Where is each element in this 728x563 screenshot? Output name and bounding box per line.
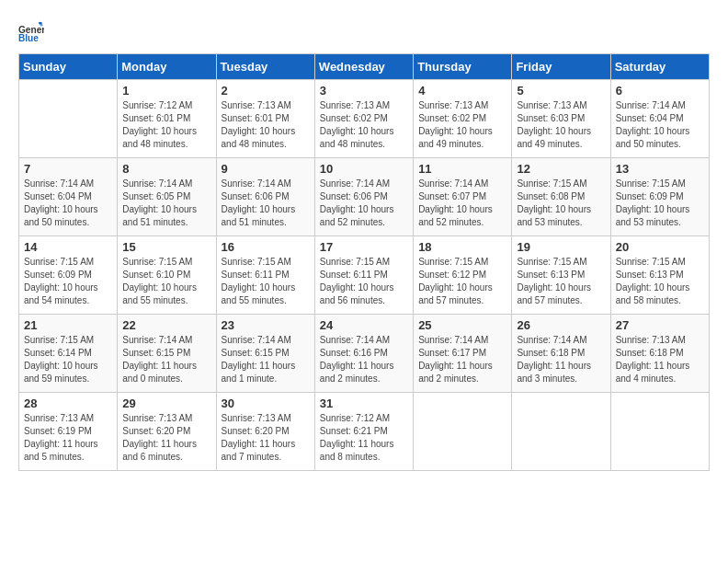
day-cell [19, 80, 118, 158]
day-info: Sunrise: 7:15 AM Sunset: 6:08 PM Dayligh… [517, 178, 605, 229]
day-info: Sunrise: 7:13 AM Sunset: 6:20 PM Dayligh… [222, 412, 310, 464]
day-cell: 10Sunrise: 7:14 AM Sunset: 6:06 PM Dayli… [314, 158, 413, 236]
day-number: 12 [517, 162, 605, 176]
day-number: 24 [320, 318, 408, 332]
day-info: Sunrise: 7:13 AM Sunset: 6:02 PM Dayligh… [320, 99, 408, 151]
day-info: Sunrise: 7:15 AM Sunset: 6:14 PM Dayligh… [24, 334, 112, 385]
day-info: Sunrise: 7:13 AM Sunset: 6:19 PM Dayligh… [24, 412, 112, 464]
day-number: 28 [24, 396, 112, 410]
day-number: 8 [122, 162, 210, 176]
column-header-monday: Monday [118, 54, 216, 80]
day-cell: 12Sunrise: 7:15 AM Sunset: 6:08 PM Dayli… [512, 158, 610, 236]
day-number: 5 [517, 84, 605, 98]
day-info: Sunrise: 7:15 AM Sunset: 6:12 PM Dayligh… [418, 256, 506, 307]
day-info: Sunrise: 7:14 AM Sunset: 6:06 PM Dayligh… [222, 178, 310, 229]
day-cell: 28Sunrise: 7:13 AM Sunset: 6:19 PM Dayli… [19, 393, 118, 471]
day-number: 23 [222, 318, 310, 332]
day-number: 30 [222, 396, 310, 410]
day-info: Sunrise: 7:15 AM Sunset: 6:13 PM Dayligh… [616, 256, 704, 307]
day-cell: 6Sunrise: 7:14 AM Sunset: 6:04 PM Daylig… [610, 80, 709, 158]
day-cell: 31Sunrise: 7:12 AM Sunset: 6:21 PM Dayli… [314, 393, 413, 471]
day-number: 21 [24, 318, 112, 332]
day-number: 27 [616, 318, 704, 332]
day-number: 13 [616, 162, 704, 176]
day-cell: 17Sunrise: 7:15 AM Sunset: 6:11 PM Dayli… [314, 236, 413, 315]
week-row-4: 21Sunrise: 7:15 AM Sunset: 6:14 PM Dayli… [19, 315, 710, 393]
day-cell: 1Sunrise: 7:12 AM Sunset: 6:01 PM Daylig… [118, 80, 216, 158]
day-info: Sunrise: 7:14 AM Sunset: 6:05 PM Dayligh… [122, 178, 210, 229]
day-cell: 15Sunrise: 7:15 AM Sunset: 6:10 PM Dayli… [118, 236, 216, 315]
column-header-wednesday: Wednesday [314, 54, 413, 80]
day-cell: 19Sunrise: 7:15 AM Sunset: 6:13 PM Dayli… [512, 236, 610, 315]
day-info: Sunrise: 7:13 AM Sunset: 6:03 PM Dayligh… [517, 99, 605, 151]
day-number: 22 [122, 318, 210, 332]
svg-text:Blue: Blue [18, 33, 39, 43]
day-info: Sunrise: 7:14 AM Sunset: 6:18 PM Dayligh… [517, 334, 605, 385]
day-info: Sunrise: 7:14 AM Sunset: 6:04 PM Dayligh… [616, 99, 704, 151]
calendar-table: SundayMondayTuesdayWednesdayThursdayFrid… [18, 53, 710, 471]
column-header-saturday: Saturday [610, 54, 709, 80]
logo: General Blue [18, 18, 48, 44]
day-cell: 30Sunrise: 7:13 AM Sunset: 6:20 PM Dayli… [216, 393, 314, 471]
header: General Blue [18, 18, 710, 44]
day-number: 20 [616, 240, 704, 254]
day-cell: 24Sunrise: 7:14 AM Sunset: 6:16 PM Dayli… [314, 315, 413, 393]
day-info: Sunrise: 7:12 AM Sunset: 6:21 PM Dayligh… [320, 412, 408, 464]
day-cell: 7Sunrise: 7:14 AM Sunset: 6:04 PM Daylig… [19, 158, 118, 236]
day-info: Sunrise: 7:15 AM Sunset: 6:09 PM Dayligh… [616, 178, 704, 229]
day-info: Sunrise: 7:15 AM Sunset: 6:11 PM Dayligh… [222, 256, 310, 307]
day-cell: 27Sunrise: 7:13 AM Sunset: 6:18 PM Dayli… [610, 315, 709, 393]
day-cell: 26Sunrise: 7:14 AM Sunset: 6:18 PM Dayli… [512, 315, 610, 393]
calendar-header-row: SundayMondayTuesdayWednesdayThursdayFrid… [19, 54, 710, 80]
day-number: 19 [517, 240, 605, 254]
column-header-sunday: Sunday [19, 54, 118, 80]
day-cell: 14Sunrise: 7:15 AM Sunset: 6:09 PM Dayli… [19, 236, 118, 315]
column-header-friday: Friday [512, 54, 610, 80]
day-info: Sunrise: 7:14 AM Sunset: 6:15 PM Dayligh… [222, 334, 310, 385]
generalblue-icon: General Blue [18, 18, 44, 44]
day-info: Sunrise: 7:12 AM Sunset: 6:01 PM Dayligh… [122, 99, 210, 151]
day-number: 16 [222, 240, 310, 254]
day-cell: 23Sunrise: 7:14 AM Sunset: 6:15 PM Dayli… [216, 315, 314, 393]
day-cell: 3Sunrise: 7:13 AM Sunset: 6:02 PM Daylig… [314, 80, 413, 158]
day-info: Sunrise: 7:13 AM Sunset: 6:02 PM Dayligh… [418, 99, 506, 151]
day-cell [414, 393, 512, 471]
day-cell: 22Sunrise: 7:14 AM Sunset: 6:15 PM Dayli… [118, 315, 216, 393]
week-row-2: 7Sunrise: 7:14 AM Sunset: 6:04 PM Daylig… [19, 158, 710, 236]
day-cell [512, 393, 610, 471]
column-header-tuesday: Tuesday [216, 54, 314, 80]
day-number: 7 [24, 162, 112, 176]
day-number: 10 [320, 162, 408, 176]
day-info: Sunrise: 7:14 AM Sunset: 6:16 PM Dayligh… [320, 334, 408, 385]
column-header-thursday: Thursday [414, 54, 512, 80]
day-cell: 29Sunrise: 7:13 AM Sunset: 6:20 PM Dayli… [118, 393, 216, 471]
day-info: Sunrise: 7:14 AM Sunset: 6:07 PM Dayligh… [418, 178, 506, 229]
day-number: 6 [616, 84, 704, 98]
day-info: Sunrise: 7:15 AM Sunset: 6:10 PM Dayligh… [122, 256, 210, 307]
day-cell: 16Sunrise: 7:15 AM Sunset: 6:11 PM Dayli… [216, 236, 314, 315]
day-info: Sunrise: 7:14 AM Sunset: 6:06 PM Dayligh… [320, 178, 408, 229]
day-number: 2 [222, 84, 310, 98]
day-number: 25 [418, 318, 506, 332]
day-info: Sunrise: 7:14 AM Sunset: 6:15 PM Dayligh… [122, 334, 210, 385]
day-cell: 11Sunrise: 7:14 AM Sunset: 6:07 PM Dayli… [414, 158, 512, 236]
week-row-1: 1Sunrise: 7:12 AM Sunset: 6:01 PM Daylig… [19, 80, 710, 158]
day-cell: 21Sunrise: 7:15 AM Sunset: 6:14 PM Dayli… [19, 315, 118, 393]
day-number: 11 [418, 162, 506, 176]
day-cell: 18Sunrise: 7:15 AM Sunset: 6:12 PM Dayli… [414, 236, 512, 315]
day-cell: 9Sunrise: 7:14 AM Sunset: 6:06 PM Daylig… [216, 158, 314, 236]
day-cell: 2Sunrise: 7:13 AM Sunset: 6:01 PM Daylig… [216, 80, 314, 158]
day-info: Sunrise: 7:15 AM Sunset: 6:13 PM Dayligh… [517, 256, 605, 307]
day-number: 9 [222, 162, 310, 176]
day-cell: 25Sunrise: 7:14 AM Sunset: 6:17 PM Dayli… [414, 315, 512, 393]
day-number: 3 [320, 84, 408, 98]
day-cell: 8Sunrise: 7:14 AM Sunset: 6:05 PM Daylig… [118, 158, 216, 236]
day-number: 29 [122, 396, 210, 410]
week-row-5: 28Sunrise: 7:13 AM Sunset: 6:19 PM Dayli… [19, 393, 710, 471]
day-number: 15 [122, 240, 210, 254]
day-cell: 5Sunrise: 7:13 AM Sunset: 6:03 PM Daylig… [512, 80, 610, 158]
day-info: Sunrise: 7:14 AM Sunset: 6:17 PM Dayligh… [418, 334, 506, 385]
day-number: 1 [122, 84, 210, 98]
day-info: Sunrise: 7:13 AM Sunset: 6:01 PM Dayligh… [222, 99, 310, 151]
day-cell: 13Sunrise: 7:15 AM Sunset: 6:09 PM Dayli… [610, 158, 709, 236]
